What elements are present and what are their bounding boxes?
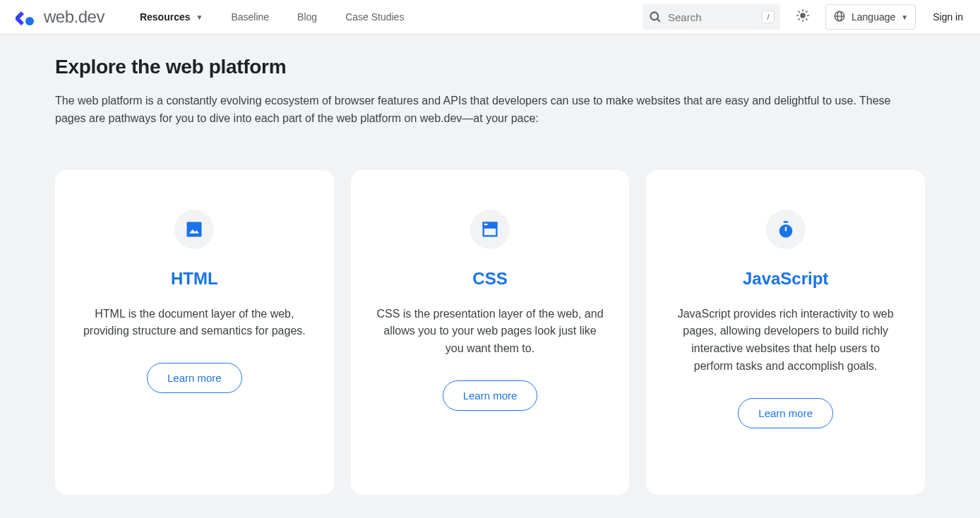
section-description: The web platform is a constantly evolvin… [55, 92, 902, 128]
card-title[interactable]: CSS [472, 269, 507, 289]
svg-rect-15 [187, 222, 202, 236]
language-label: Language [851, 11, 895, 23]
svg-line-7 [806, 19, 807, 20]
language-selector[interactable]: Language ▼ [825, 4, 916, 30]
card-javascript: JavaScript JavaScript provides rich inte… [646, 170, 925, 495]
nav-item-label: Baseline [231, 11, 269, 23]
search-box[interactable]: / [643, 4, 780, 30]
card-title[interactable]: JavaScript [743, 269, 828, 289]
chevron-down-icon: ▼ [901, 13, 908, 21]
main-content: Explore the web platform The web platfor… [0, 35, 980, 495]
learn-more-button[interactable]: Learn more [147, 363, 242, 393]
logo-icon [11, 4, 37, 30]
card-html: HTML HTML is the document layer of the w… [55, 170, 334, 495]
learn-more-button[interactable]: Learn more [443, 380, 538, 411]
card-title[interactable]: HTML [171, 269, 218, 289]
svg-rect-22 [784, 227, 786, 231]
cards-grid: HTML HTML is the document layer of the w… [55, 170, 925, 495]
nav-blog[interactable]: Blog [283, 0, 331, 34]
signin-button[interactable]: Sign in [933, 11, 963, 23]
card-description: JavaScript provides rich interactivity t… [671, 306, 900, 375]
search-shortcut-badge: / [762, 11, 775, 23]
svg-point-0 [25, 17, 34, 25]
chevron-down-icon: ▼ [196, 13, 203, 21]
search-input[interactable] [668, 11, 756, 23]
svg-rect-20 [783, 221, 788, 222]
nav-resources[interactable]: Resources ▼ [126, 0, 217, 34]
logo-text: web.dev [44, 7, 104, 27]
card-css: CSS CSS is the presentation layer of the… [351, 170, 630, 495]
nav-item-label: Resources [140, 11, 191, 23]
svg-line-10 [799, 19, 799, 20]
nav-case-studies[interactable]: Case Studies [331, 0, 418, 34]
learn-more-button[interactable]: Learn more [738, 398, 833, 428]
svg-line-11 [806, 11, 807, 12]
nav-baseline[interactable]: Baseline [217, 0, 283, 34]
svg-rect-19 [484, 223, 488, 224]
nav-item-label: Blog [297, 11, 317, 23]
web-icon [470, 210, 510, 249]
logo-group[interactable]: web.dev [11, 4, 104, 30]
primary-nav: Resources ▼ Baseline Blog Case Studies [126, 0, 419, 34]
svg-rect-18 [484, 228, 496, 234]
timer-icon [766, 210, 806, 249]
search-icon [648, 10, 662, 24]
site-header: web.dev Resources ▼ Baseline Blog Case S… [0, 0, 980, 35]
sun-icon [796, 8, 810, 25]
section-title: Explore the web platform [55, 56, 925, 78]
svg-point-1 [650, 12, 658, 20]
svg-line-2 [657, 19, 660, 22]
card-description: CSS is the presentation layer of the web… [376, 306, 604, 358]
globe-icon [833, 10, 846, 25]
svg-line-6 [799, 11, 799, 12]
svg-point-3 [800, 13, 806, 18]
card-description: HTML is the document layer of the web, p… [80, 306, 309, 341]
nav-item-label: Case Studies [345, 11, 404, 23]
image-icon [174, 210, 214, 249]
theme-toggle[interactable] [789, 3, 817, 31]
